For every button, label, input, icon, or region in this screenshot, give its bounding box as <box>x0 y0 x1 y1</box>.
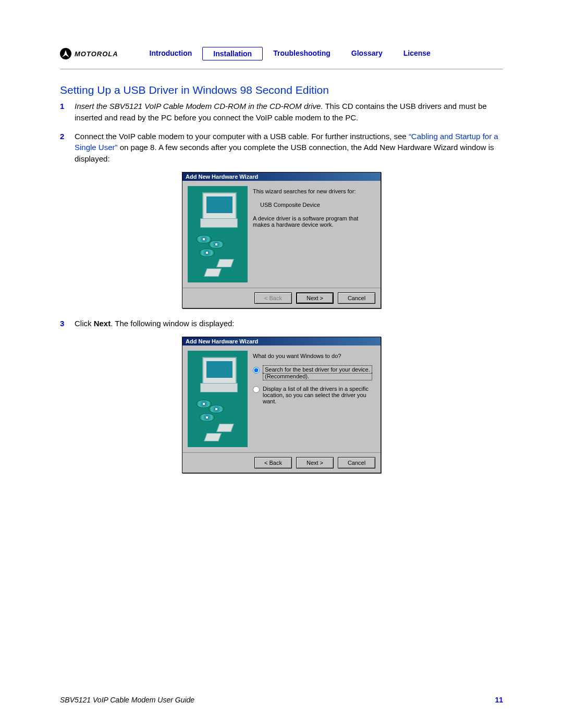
top-nav: Introduction Installation Troubleshootin… <box>139 47 441 60</box>
step-body: Click Next. The following window is disp… <box>75 318 503 329</box>
wizard-content: This wizard searches for new drivers for… <box>182 181 381 288</box>
nav-troubleshooting[interactable]: Troubleshooting <box>263 47 341 60</box>
wizard-content: What do you want Windows to do? Search f… <box>182 346 381 452</box>
wizard-1-figure: Add New Hardware Wizard This wizard sear… <box>60 172 503 309</box>
step-3: 3 Click Next. The following window is di… <box>60 318 503 329</box>
header-divider <box>60 69 503 69</box>
add-new-hardware-wizard-1: Add New Hardware Wizard This wizard sear… <box>182 172 381 309</box>
wizard-side-illustration <box>188 351 248 447</box>
page-footer: SBV5121 VoIP Cable Modem User Guide 11 <box>60 696 503 704</box>
nav-introduction[interactable]: Introduction <box>139 47 203 60</box>
brand-logo: MOTOROLA <box>60 48 118 59</box>
page-header: MOTOROLA Introduction Installation Troub… <box>60 47 503 60</box>
step-body: Connect the VoIP cable modem to your com… <box>75 131 503 165</box>
steps-list-continued: 3 Click Next. The following window is di… <box>60 318 503 329</box>
step-number: 1 <box>60 101 75 124</box>
next-button[interactable]: Next > <box>296 292 334 304</box>
step-number: 2 <box>60 131 75 165</box>
brand-name: MOTOROLA <box>75 50 118 58</box>
wizard-button-row: < Back Next > Cancel <box>182 452 381 473</box>
radio-option-recommended[interactable]: Search for the best driver for your devi… <box>253 366 375 380</box>
step-1: 1 Insert the SBV5121 VoIP Cable Modem CD… <box>60 101 503 124</box>
cancel-button[interactable]: Cancel <box>338 292 375 304</box>
wizard-button-row: < Back Next > Cancel <box>182 288 381 308</box>
footer-page-number: 11 <box>495 696 503 704</box>
wizard-side-illustration <box>188 186 248 282</box>
step-body: Insert the SBV5121 VoIP Cable Modem CD-R… <box>75 101 503 124</box>
wizard-2-figure: Add New Hardware Wizard What do you want… <box>60 337 503 473</box>
wizard-text: What do you want Windows to do? Search f… <box>253 351 375 447</box>
wizard-titlebar: Add New Hardware Wizard <box>182 172 381 181</box>
wizard-text: This wizard searches for new drivers for… <box>253 186 375 282</box>
step-2: 2 Connect the VoIP cable modem to your c… <box>60 131 503 165</box>
radio-display-list[interactable] <box>253 386 260 393</box>
document-page: MOTOROLA Introduction Installation Troub… <box>0 0 563 728</box>
radio-option-display-list[interactable]: Display a list of all the drivers in a s… <box>253 386 375 404</box>
step-number: 3 <box>60 318 75 329</box>
back-button: < Back <box>254 292 292 304</box>
back-button[interactable]: < Back <box>254 457 292 468</box>
add-new-hardware-wizard-2: Add New Hardware Wizard What do you want… <box>182 337 381 473</box>
steps-list: 1 Insert the SBV5121 VoIP Cable Modem CD… <box>60 101 503 165</box>
nav-glossary[interactable]: Glossary <box>341 47 393 60</box>
cancel-button[interactable]: Cancel <box>338 457 375 468</box>
footer-doc-title: SBV5121 VoIP Cable Modem User Guide <box>60 696 194 704</box>
wizard-titlebar: Add New Hardware Wizard <box>182 337 381 346</box>
radio-search-best[interactable] <box>253 367 260 374</box>
motorola-logo-icon <box>60 48 71 59</box>
section-title: Setting Up a USB Driver in Windows 98 Se… <box>60 84 503 96</box>
nav-license[interactable]: License <box>393 47 441 60</box>
next-button[interactable]: Next > <box>296 457 334 468</box>
nav-installation[interactable]: Installation <box>202 47 263 60</box>
